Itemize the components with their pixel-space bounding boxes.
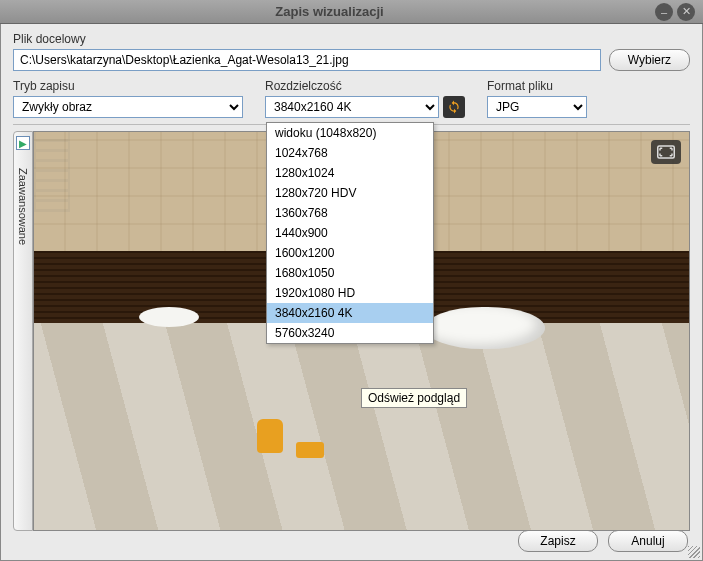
resolution-option[interactable]: widoku (1048x820) [267,123,433,143]
stool [296,442,324,458]
chevron-right-icon[interactable]: ▶ [16,136,30,150]
resolution-option[interactable]: 1440x900 [267,223,433,243]
browse-button[interactable]: Wybierz [609,49,690,71]
bathtub [425,307,545,349]
resolution-option[interactable]: 1920x1080 HD [267,283,433,303]
resolution-option[interactable]: 1680x1050 [267,263,433,283]
floor [34,323,689,530]
format-label: Format pliku [487,79,587,93]
advanced-label: Zaawansowane [17,168,29,245]
resolution-option[interactable]: 1024x768 [267,143,433,163]
resolution-label: Rozdzielczość [265,79,465,93]
format-select[interactable]: JPG [487,96,587,118]
titlebar: Zapis wizualizacji – ✕ [0,0,703,24]
dialog-body: Plik docelowy Wybierz Tryb zapisu Zwykły… [0,24,703,561]
file-path-input[interactable] [13,49,601,71]
mode-label: Tryb zapisu [13,79,243,93]
window-title: Zapis wizualizacji [8,4,651,19]
resolution-option[interactable]: 5760x3240 [267,323,433,343]
file-label: Plik docelowy [13,32,601,46]
cancel-button[interactable]: Anuluj [608,530,688,552]
resolution-select[interactable]: 3840x2160 4K [265,96,439,118]
save-button[interactable]: Zapisz [518,530,598,552]
resolution-option[interactable]: 1280x1024 [267,163,433,183]
resolution-option[interactable]: 1600x1200 [267,243,433,263]
resize-grip[interactable] [688,546,700,558]
refresh-icon [447,100,461,114]
resolution-option[interactable]: 1280x720 HDV [267,183,433,203]
close-icon[interactable]: ✕ [677,3,695,21]
fullscreen-icon [657,145,675,159]
fullscreen-button[interactable] [651,140,681,164]
resolution-option[interactable]: 1360x768 [267,203,433,223]
refresh-preview-button[interactable] [443,96,465,118]
advanced-side-tab[interactable]: ▶ Zaawansowane [13,131,33,531]
refresh-tooltip: Odśwież podgląd [361,388,467,408]
resolution-dropdown-list[interactable]: widoku (1048x820)1024x7681280x10241280x7… [266,122,434,344]
minimize-icon[interactable]: – [655,3,673,21]
trash-bin [257,419,283,453]
mode-select[interactable]: Zwykły obraz [13,96,243,118]
sink [139,307,199,327]
resolution-option[interactable]: 3840x2160 4K [267,303,433,323]
